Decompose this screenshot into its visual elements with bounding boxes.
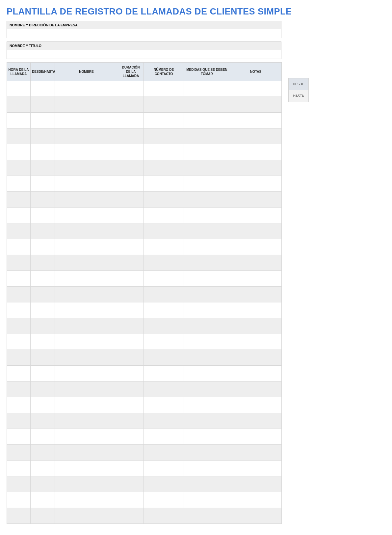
cell-input[interactable] <box>184 97 230 112</box>
table-cell[interactable] <box>31 208 55 223</box>
cell-input[interactable] <box>55 113 118 128</box>
cell-input[interactable] <box>31 350 55 365</box>
cell-input[interactable] <box>118 192 144 207</box>
cell-input[interactable] <box>7 318 30 334</box>
table-cell[interactable] <box>144 113 184 128</box>
table-cell[interactable] <box>7 318 31 334</box>
cell-input[interactable] <box>118 302 144 318</box>
table-cell[interactable] <box>31 287 55 302</box>
cell-input[interactable] <box>7 445 30 460</box>
cell-input[interactable] <box>118 413 144 429</box>
cell-input[interactable] <box>31 287 55 302</box>
table-cell[interactable] <box>7 113 31 128</box>
cell-input[interactable] <box>184 81 230 97</box>
cell-input[interactable] <box>230 223 281 239</box>
table-cell[interactable] <box>55 492 118 508</box>
table-cell[interactable] <box>31 461 55 476</box>
cell-input[interactable] <box>55 271 118 286</box>
cell-input[interactable] <box>118 381 144 397</box>
table-cell[interactable] <box>55 476 118 492</box>
cell-input[interactable] <box>230 461 281 476</box>
cell-input[interactable] <box>184 461 230 476</box>
table-cell[interactable] <box>230 223 282 239</box>
cell-input[interactable] <box>7 208 30 223</box>
table-cell[interactable] <box>31 239 55 255</box>
table-cell[interactable] <box>55 113 118 128</box>
table-cell[interactable] <box>7 287 31 302</box>
cell-input[interactable] <box>55 413 118 429</box>
cell-input[interactable] <box>31 97 55 112</box>
cell-input[interactable] <box>55 255 118 270</box>
cell-input[interactable] <box>184 208 230 223</box>
cell-input[interactable] <box>7 239 30 255</box>
table-cell[interactable] <box>184 223 230 239</box>
table-cell[interactable] <box>55 445 118 461</box>
table-cell[interactable] <box>118 271 144 287</box>
table-cell[interactable] <box>184 350 230 366</box>
cell-input[interactable] <box>118 81 144 97</box>
table-cell[interactable] <box>31 334 55 350</box>
cell-input[interactable] <box>7 492 30 508</box>
cell-input[interactable] <box>7 334 30 350</box>
cell-input[interactable] <box>184 271 230 286</box>
table-cell[interactable] <box>55 508 118 524</box>
table-cell[interactable] <box>7 334 31 350</box>
cell-input[interactable] <box>184 113 230 128</box>
cell-input[interactable] <box>144 208 184 223</box>
cell-input[interactable] <box>230 397 281 413</box>
cell-input[interactable] <box>31 176 55 191</box>
table-cell[interactable] <box>144 97 184 113</box>
cell-input[interactable] <box>184 334 230 350</box>
table-cell[interactable] <box>7 429 31 445</box>
cell-input[interactable] <box>118 366 144 381</box>
cell-input[interactable] <box>230 81 281 97</box>
table-cell[interactable] <box>230 445 282 461</box>
cell-input[interactable] <box>31 81 55 97</box>
table-cell[interactable] <box>144 255 184 271</box>
cell-input[interactable] <box>230 160 281 176</box>
cell-input[interactable] <box>55 176 118 191</box>
table-cell[interactable] <box>184 445 230 461</box>
table-cell[interactable] <box>144 160 184 176</box>
table-cell[interactable] <box>230 239 282 255</box>
cell-input[interactable] <box>7 381 30 397</box>
cell-input[interactable] <box>31 255 55 270</box>
cell-input[interactable] <box>7 302 30 318</box>
table-cell[interactable] <box>55 97 118 113</box>
cell-input[interactable] <box>184 176 230 191</box>
cell-input[interactable] <box>7 255 30 270</box>
cell-input[interactable] <box>144 318 184 334</box>
table-cell[interactable] <box>118 318 144 334</box>
cell-input[interactable] <box>230 113 281 128</box>
table-cell[interactable] <box>184 176 230 192</box>
cell-input[interactable] <box>118 287 144 302</box>
cell-input[interactable] <box>55 239 118 255</box>
legend-to[interactable]: HASTA <box>289 90 309 102</box>
table-cell[interactable] <box>144 381 184 397</box>
cell-input[interactable] <box>144 445 184 460</box>
cell-input[interactable] <box>184 508 230 523</box>
cell-input[interactable] <box>184 128 230 144</box>
cell-input[interactable] <box>118 113 144 128</box>
table-cell[interactable] <box>184 144 230 160</box>
cell-input[interactable] <box>230 97 281 112</box>
table-cell[interactable] <box>184 476 230 492</box>
table-cell[interactable] <box>230 255 282 271</box>
cell-input[interactable] <box>31 160 55 176</box>
cell-input[interactable] <box>31 208 55 223</box>
table-cell[interactable] <box>31 128 55 144</box>
table-cell[interactable] <box>184 271 230 287</box>
table-cell[interactable] <box>55 271 118 287</box>
table-cell[interactable] <box>31 429 55 445</box>
table-cell[interactable] <box>31 97 55 113</box>
cell-input[interactable] <box>144 97 184 112</box>
table-cell[interactable] <box>144 208 184 223</box>
cell-input[interactable] <box>184 223 230 239</box>
table-cell[interactable] <box>184 128 230 144</box>
table-cell[interactable] <box>144 350 184 366</box>
cell-input[interactable] <box>144 492 184 508</box>
cell-input[interactable] <box>230 366 281 381</box>
table-cell[interactable] <box>144 461 184 476</box>
cell-input[interactable] <box>184 350 230 365</box>
table-cell[interactable] <box>144 334 184 350</box>
